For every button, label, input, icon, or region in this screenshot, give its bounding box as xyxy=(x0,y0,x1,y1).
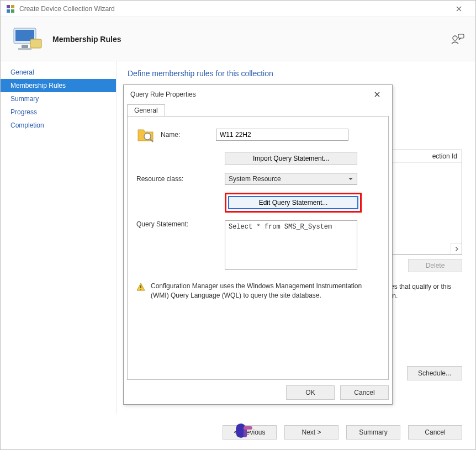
edit-query-highlight: Edit Query Statement... xyxy=(225,193,362,213)
wizard-icon xyxy=(12,26,43,52)
svg-rect-2 xyxy=(7,9,10,13)
svg-point-9 xyxy=(453,36,457,40)
wizard-footer: < Previous Next > Summary Cancel xyxy=(223,425,462,440)
resource-class-label: Resource class: xyxy=(136,175,225,183)
user-feedback-icon[interactable] xyxy=(451,34,464,45)
svg-rect-10 xyxy=(458,34,464,38)
info-note: Configuration Manager uses the Windows M… xyxy=(136,282,368,300)
nav-item-completion[interactable]: Completion xyxy=(1,119,116,132)
titlebar: Create Device Collection Wizard xyxy=(1,1,475,17)
nav-item-general[interactable]: General xyxy=(1,66,116,79)
dialog-body: Name: Import Query Statement... Resource… xyxy=(127,116,389,380)
query-rule-properties-dialog: Query Rule Properties General Name: xyxy=(123,84,393,405)
svg-rect-3 xyxy=(11,9,14,13)
edit-query-statement-button[interactable]: Edit Query Statement... xyxy=(228,196,358,209)
nav-item-membership-rules[interactable]: Membership Rules xyxy=(1,79,116,92)
svg-rect-15 xyxy=(140,289,141,290)
window-title: Create Device Collection Wizard xyxy=(19,5,448,13)
name-input[interactable] xyxy=(216,129,348,141)
tab-general[interactable]: General xyxy=(127,104,165,117)
next-button[interactable]: Next > xyxy=(284,425,339,440)
dialog-title: Query Rule Properties xyxy=(130,91,196,98)
nav-item-summary[interactable]: Summary xyxy=(1,92,116,105)
window-close-button[interactable] xyxy=(448,1,470,17)
svg-rect-6 xyxy=(22,45,28,48)
resource-class-select[interactable]: System Resource xyxy=(225,173,357,185)
name-label: Name: xyxy=(161,131,216,139)
dialog-close-button[interactable] xyxy=(369,90,385,99)
schedule-button[interactable]: Schedule... xyxy=(407,366,462,380)
scroll-right-icon[interactable] xyxy=(451,243,462,254)
query-statement-label: Query Statement: xyxy=(136,220,225,228)
dialog-footer: OK Cancel xyxy=(124,383,392,404)
cancel-button[interactable]: Cancel xyxy=(408,425,462,440)
summary-button[interactable]: Summary xyxy=(346,425,400,440)
wizard-banner: Membership Rules xyxy=(1,17,475,61)
import-query-button[interactable]: Import Query Statement... xyxy=(225,152,357,165)
dialog-titlebar: Query Rule Properties xyxy=(124,85,392,104)
resource-class-value: System Resource xyxy=(229,175,281,183)
dialog-ok-button[interactable]: OK xyxy=(286,385,335,400)
wizard-step-title: Membership Rules xyxy=(52,35,451,44)
wizard-nav: General Membership Rules Summary Progres… xyxy=(1,61,117,414)
info-text: Configuration Manager uses the Windows M… xyxy=(151,282,368,300)
dialog-tabs: General xyxy=(124,104,392,116)
content-heading: Define membership rules for this collect… xyxy=(128,69,464,78)
folder-search-icon xyxy=(136,125,155,144)
delete-rule-button: Delete xyxy=(408,259,462,272)
nav-item-progress[interactable]: Progress xyxy=(1,105,116,119)
svg-rect-1 xyxy=(11,5,14,8)
svg-rect-0 xyxy=(7,5,10,8)
dialog-cancel-button[interactable]: Cancel xyxy=(340,385,389,400)
svg-rect-8 xyxy=(30,39,41,48)
warning-icon xyxy=(136,283,145,292)
previous-button[interactable]: < Previous xyxy=(223,425,277,440)
wizard-window: Create Device Collection Wizard Membersh… xyxy=(0,0,476,450)
app-icon xyxy=(6,4,15,13)
query-statement-textarea[interactable]: Select * from SMS_R_System xyxy=(225,220,357,270)
svg-point-13 xyxy=(144,133,151,140)
svg-rect-14 xyxy=(140,285,141,288)
svg-rect-7 xyxy=(18,48,31,50)
